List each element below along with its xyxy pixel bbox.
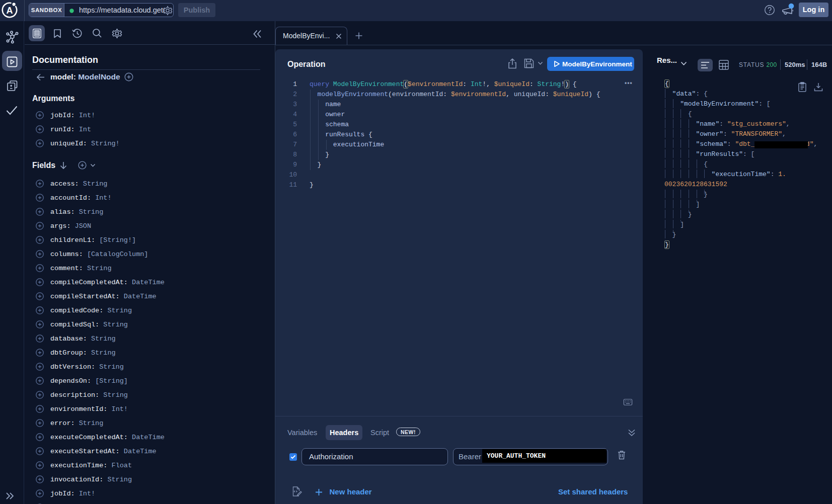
svg-text:A: A	[7, 6, 13, 16]
